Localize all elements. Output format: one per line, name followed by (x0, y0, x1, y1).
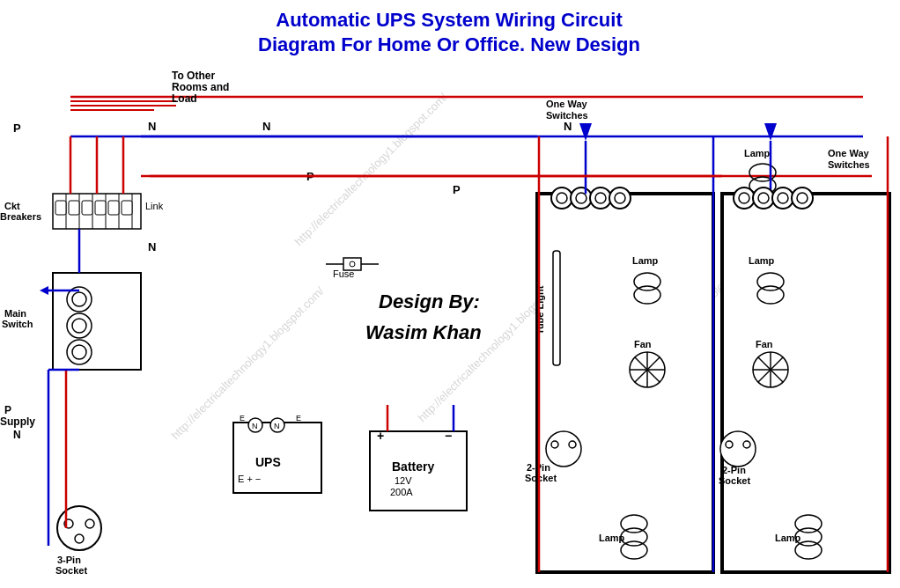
to-other-rooms-label: To Other (172, 70, 215, 82)
battery-spec2: 200A (390, 487, 413, 497)
svg-point-65 (595, 193, 606, 203)
svg-text:+: + (377, 429, 384, 443)
n-breaker-label: N (148, 240, 156, 254)
battery-label: Battery (392, 459, 434, 474)
title-line2: Diagram For Home Or Office. New Design (258, 33, 640, 55)
svg-point-96 (797, 193, 808, 203)
svg-point-94 (778, 193, 788, 203)
fan1-label: Fan (634, 339, 652, 349)
diagram-container: Automatic UPS System Wiring Circuit Diag… (0, 0, 900, 588)
svg-point-36 (75, 534, 84, 543)
ckt-breakers-label2: Breakers (0, 211, 41, 222)
svg-point-80 (569, 441, 576, 448)
n-top3-label: N (564, 120, 572, 133)
svg-text:E: E (240, 414, 245, 423)
svg-point-79 (551, 441, 558, 448)
svg-point-29 (72, 345, 86, 359)
svg-text:E: E (296, 414, 301, 423)
fan2-label: Fan (756, 339, 773, 349)
battery-spec: 12V (395, 475, 412, 486)
svg-rect-17 (95, 201, 106, 215)
svg-text:N: N (252, 422, 258, 430)
one-way-switches-2-label: One Way (828, 148, 870, 158)
svg-point-92 (758, 193, 769, 203)
svg-rect-15 (69, 201, 79, 215)
ups-terminals: E + − (238, 474, 261, 484)
svg-rect-19 (122, 201, 132, 215)
two-pin-socket-1-label2: Socket (525, 473, 557, 483)
svg-point-104 (720, 431, 756, 467)
three-pin-socket-label: 3-Pin (57, 555, 81, 565)
svg-point-63 (576, 193, 586, 203)
svg-point-78 (546, 431, 581, 467)
two-pin-socket-2-label: 2-Pin (722, 465, 746, 475)
svg-point-67 (615, 193, 625, 203)
svg-text:N: N (274, 422, 280, 430)
p-supply-label: P (4, 404, 11, 416)
svg-rect-14 (55, 201, 66, 215)
one-way-switches-1-label2: Switches (546, 110, 588, 121)
lamp1-label: Lamp (632, 255, 659, 266)
one-way-switches-2-label2: Switches (828, 159, 870, 170)
fuse-label: Fuse (333, 268, 354, 279)
one-way-switches-1-label: One Way (546, 99, 588, 109)
design-by-label: Design By: (379, 290, 480, 312)
lamp3-label: Lamp (744, 148, 771, 158)
svg-rect-70 (553, 251, 560, 365)
p-left-label: P (13, 121, 21, 135)
svg-point-35 (85, 519, 94, 528)
svg-point-25 (72, 292, 86, 306)
svg-rect-18 (108, 201, 119, 215)
two-pin-socket-2-label2: Socket (719, 475, 750, 486)
lamp4-label: Lamp (749, 255, 775, 266)
svg-rect-59 (537, 194, 713, 572)
p-supply-label2: Supply (0, 415, 35, 428)
p-right-label: P (453, 183, 461, 196)
svg-text:−: − (445, 429, 452, 443)
svg-point-90 (739, 193, 749, 203)
link-label: Link (145, 201, 164, 211)
svg-point-56 (350, 261, 355, 267)
designer-label: Wasim Khan (365, 321, 482, 343)
svg-rect-23 (53, 273, 141, 370)
ups-label: UPS (255, 455, 281, 469)
svg-point-105 (726, 441, 733, 448)
svg-point-61 (557, 193, 567, 203)
to-other-rooms-label2: Rooms and (172, 81, 229, 93)
svg-point-106 (743, 441, 750, 448)
to-other-rooms-label3: Load (172, 92, 197, 105)
svg-rect-16 (82, 201, 92, 215)
main-switch-label: Main (4, 308, 26, 319)
title-line1: Automatic UPS System Wiring Circuit (276, 9, 623, 31)
three-pin-socket-label2: Socket (55, 565, 87, 576)
svg-point-27 (72, 319, 86, 333)
n-supply-label: N (13, 429, 21, 441)
ckt-breakers-label: Ckt (4, 201, 20, 211)
main-switch-label2: Switch (2, 319, 33, 329)
n-top2-label: N (262, 120, 270, 133)
n-top-label: N (148, 120, 156, 133)
